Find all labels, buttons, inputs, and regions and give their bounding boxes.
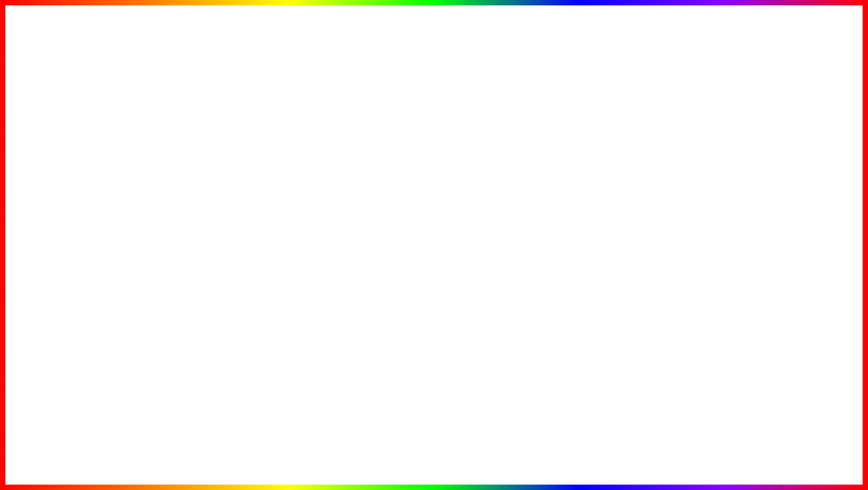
svg-point-28 (804, 279, 806, 281)
svg-rect-16 (305, 182, 315, 200)
mm2-title-text: MM2 (178, 204, 191, 211)
title-mystery: MYSTERY (407, 7, 695, 74)
esp-panel: ESP ∧ Enable Esp Player Tracers Player T… (444, 151, 516, 277)
right-gui-content: ESP ∧ Enable Esp Player Tracers Player T… (397, 151, 611, 277)
title-area: MURDER MYSTERY 2 (0, 7, 868, 74)
kill-all-item: Kill All (519, 231, 607, 241)
func-firetouchinterest: Firetouchinterest = ✕ (94, 159, 166, 169)
svg-rect-3 (277, 152, 286, 159)
esp-enable-esp: Enable Esp (447, 165, 512, 175)
mm2-panel: MM2 - Beach Ball - Ball Farm Invisible A… (173, 200, 263, 285)
credits-section: Credits: Developer: .deity_ UI: mrpectab… (94, 220, 166, 239)
sidebar-item-roles[interactable]: Roles (40, 148, 89, 163)
enable-esp-dot[interactable] (507, 168, 512, 172)
right-gui-sidebar (397, 151, 444, 277)
left-gui-close-btn[interactable]: ✕ (242, 124, 246, 130)
right-gui-window: Kidachi V2 | discord.gg/4YSVKEem6U | Mur… (396, 126, 612, 278)
mm2-minimize-btn[interactable]: - (256, 203, 259, 211)
mm2-ball-farm-row: Ball Farm (174, 228, 262, 243)
func-hookmetamethod: Hookmetamethod = ✕ (94, 169, 166, 178)
right-main-panels: ESP ∧ Enable Esp Player Tracers Player T… (444, 151, 611, 277)
subtitle-upd: UPD (76, 429, 170, 481)
innocent-header: Innocent ∧ (519, 155, 607, 161)
svg-rect-12 (279, 215, 290, 242)
svg-point-18 (285, 145, 292, 156)
right-tab-main[interactable]: Main (397, 138, 426, 151)
sidebar-item-player-abuse[interactable]: Player Abuse (40, 163, 89, 177)
godmode-toggle[interactable] (230, 178, 246, 186)
svg-rect-14 (277, 239, 291, 245)
title-murder: MURDER (130, 7, 392, 74)
knife-svg (758, 262, 827, 331)
svg-rect-6 (285, 168, 287, 170)
mm2-footer: YT: Tora IsMe v (174, 272, 262, 284)
subtitle-area: UPD SUMMER SCRIPT PASTEBIN (0, 429, 868, 481)
esp-header: ESP ∧ (447, 155, 512, 161)
invisible-btn[interactable]: Invisible (178, 246, 259, 257)
ball-farm-toggle[interactable] (251, 232, 258, 239)
type-of-coin-row: Type of Coin: Gold Silver (174, 159, 247, 168)
player-tracers-dot[interactable] (507, 178, 512, 183)
changelogs-label: Changelogs: Murderer Stuff Troll Stuff P… (94, 178, 166, 216)
changelog-player-mods: Player Mods (94, 207, 166, 215)
shoot-murderer-item: Shoot Murderer (519, 208, 607, 218)
svg-rect-13 (295, 215, 306, 242)
farm-settings-header: Settings: (174, 149, 247, 156)
svg-point-10 (257, 183, 266, 192)
auto-grab-gun-item: Auto Grab Gun (519, 165, 607, 175)
right-gui-titlebar: Kidachi V2 | discord.gg/4YSVKEem6U | Mur… (397, 127, 611, 138)
changelog-troll: Troll Stuff (94, 199, 166, 207)
speed-row: Speed 25 (174, 169, 247, 176)
functions-header: Functions: (94, 149, 166, 156)
godmode-row: Godmode (174, 178, 247, 186)
subtitle-script: SCRIPT (393, 429, 558, 481)
esp-player-boxes: Player Boxes (447, 196, 512, 206)
grab-gun-item: Grab Gun (519, 186, 607, 196)
tab-farm: Farm ∧ (119, 133, 173, 145)
left-gui-title-text: Kidachi V2 | discord.gg/4YSVKEem6U | Mur… (44, 124, 184, 130)
gun-status-item: Gun Status (519, 175, 607, 186)
murderer-header: Murderer ∧ (519, 220, 607, 231)
right-gui-close-btn[interactable]: ✕ (602, 129, 607, 136)
subtitle-pastebin: PASTEBIN (568, 429, 792, 481)
mm2-buttons: Invisible Anti AFK (174, 243, 262, 272)
sheriff-header: Sheriff ∧ (519, 198, 607, 208)
right-gui-tabs: Main Roles Player Abuse (397, 138, 611, 151)
player-text-dot[interactable] (507, 188, 512, 193)
right-gui-minimize-btn[interactable]: — (594, 129, 600, 136)
esp-player-text: Player Text (447, 186, 512, 196)
left-gui-minimize-btn[interactable]: — (233, 124, 239, 130)
mm2-titlebar: MM2 - (174, 201, 262, 214)
type-of-coin-dropdown[interactable]: Gold Silver (219, 159, 246, 168)
svg-text:EVENT: EVENT (385, 281, 418, 293)
esp-player-tracers: Player Tracers (447, 175, 512, 186)
left-gui-functions-panel: Functions: Firetouchinterest = ✕ Hookmet… (90, 146, 170, 281)
speed-slider[interactable] (197, 172, 233, 174)
tab-misc: Misc ∧ (71, 133, 119, 145)
player-boxes-dot[interactable] (507, 199, 512, 203)
right-tab-roles[interactable]: Roles (426, 138, 458, 151)
anti-afk-btn[interactable]: Anti AFK (178, 258, 259, 269)
svg-point-11 (318, 185, 327, 194)
right-gui-controls: — ✕ (594, 129, 607, 136)
svg-point-30 (777, 306, 779, 308)
left-gui-titlebar: Kidachi V2 | discord.gg/4YSVKEem6U | Mur… (40, 121, 250, 133)
changelog-murderer: Murderer Stuff (94, 191, 166, 199)
knife-area (756, 261, 828, 333)
left-gui-sidebar: Roles Player Abuse (40, 146, 90, 281)
right-tab-player-abuse[interactable]: Player Abuse (459, 138, 510, 151)
svg-point-26 (765, 270, 819, 324)
mm2-beach-ball-row: Beach Ball - (174, 214, 262, 228)
innocent-panel: Innocent ∧ Auto Grab Gun Gun Status Grab… (516, 151, 611, 277)
svg-rect-15 (293, 239, 306, 245)
title-2: 2 (706, 7, 738, 74)
subtitle-summer: SUMMER (182, 429, 381, 481)
left-gui-controls: — ✕ (233, 124, 246, 130)
right-gui-title-text: Kidachi V2 | discord.gg/4YSVKEem6U | Mur… (400, 129, 540, 136)
tab-main[interactable]: Main (40, 133, 71, 145)
left-gui-tabs: Main Misc ∧ Farm ∧ (40, 133, 250, 146)
svg-rect-7 (297, 168, 300, 170)
scene-ground (0, 288, 868, 423)
